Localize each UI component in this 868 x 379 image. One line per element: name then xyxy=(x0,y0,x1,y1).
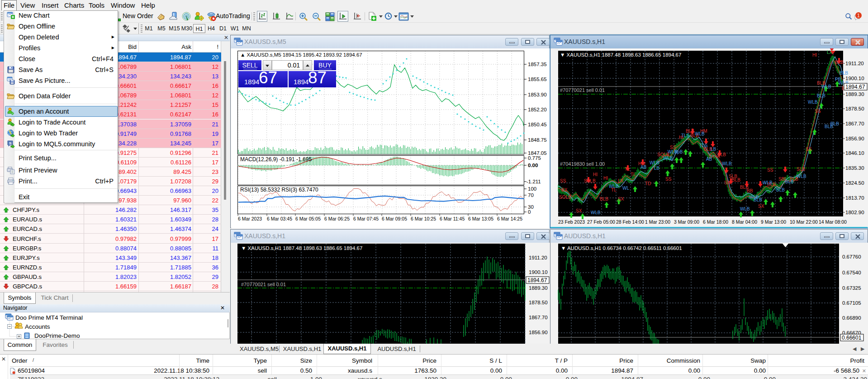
svg-text:AB: AB xyxy=(640,165,647,170)
svg-text:WLB: WLB xyxy=(722,161,732,166)
svg-text:0: 0 xyxy=(528,209,531,215)
svg-text:SS: SS xyxy=(806,147,812,152)
svg-text:TL: TL xyxy=(631,172,636,177)
svg-text:LB: LB xyxy=(654,166,660,171)
svg-text:BLB: BLB xyxy=(600,197,608,201)
svg-text:6 Mar 14:25: 6 Mar 14:25 xyxy=(497,216,522,221)
svg-text:1867.70: 1867.70 xyxy=(529,315,548,320)
svg-text:100: 100 xyxy=(528,186,536,192)
svg-text:BLB: BLB xyxy=(817,93,825,98)
svg-text:BLB: BLB xyxy=(840,71,848,76)
svg-text:1802.90: 1802.90 xyxy=(845,210,864,215)
svg-text:TD: TD xyxy=(645,181,651,186)
svg-text:9 Mar 13:00: 9 Mar 13:00 xyxy=(761,219,786,225)
svg-text:#70770021 sell 0.01: #70770021 sell 0.01 xyxy=(241,282,286,287)
svg-text:1824.50: 1824.50 xyxy=(845,180,864,186)
svg-text:3 Mar 09:00: 3 Mar 09:00 xyxy=(674,219,699,225)
svg-text:SS: SS xyxy=(665,177,672,182)
svg-text:70: 70 xyxy=(528,192,534,198)
svg-text:10 Mar 22:00: 10 Mar 22:00 xyxy=(790,219,818,225)
svg-text:#70770021 sell 0.01: #70770021 sell 0.01 xyxy=(560,87,605,93)
svg-text:X: X xyxy=(577,197,580,202)
svg-text:▼ XAUUSD.s,H1 1887.48 1898.63: ▼ XAUUSD.s,H1 1887.48 1898.63 1886.65 18… xyxy=(241,245,362,251)
svg-text:1894.67: 1894.67 xyxy=(527,277,547,283)
svg-text:TL: TL xyxy=(625,167,630,172)
svg-text:1878.50: 1878.50 xyxy=(845,106,864,111)
svg-text:S: S xyxy=(9,141,12,145)
svg-text:SX: SX xyxy=(576,208,582,213)
svg-text:6 Mar 10:25: 6 Mar 10:25 xyxy=(411,216,436,221)
svg-text:1857.35: 1857.35 xyxy=(528,62,547,67)
svg-text:SQLB: SQLB xyxy=(657,152,669,157)
svg-text:LX: LX xyxy=(618,178,624,183)
svg-text:6 Mar 05:05: 6 Mar 05:05 xyxy=(295,216,321,221)
svg-text:BB: BB xyxy=(747,188,753,193)
svg-text:SLB: SLB xyxy=(729,174,737,179)
svg-text:27 Feb 05:00: 27 Feb 05:00 xyxy=(587,219,615,225)
svg-text:BLB: BLB xyxy=(717,152,726,157)
svg-text:1 Mar 23:00: 1 Mar 23:00 xyxy=(645,219,670,225)
svg-text:1855.65: 1855.65 xyxy=(528,77,547,82)
svg-text:0.66890: 0.66890 xyxy=(842,315,861,321)
svg-text:TLS: TLS xyxy=(699,143,708,148)
svg-text:1889.30: 1889.30 xyxy=(845,91,864,97)
svg-text:1850.45: 1850.45 xyxy=(528,122,547,127)
svg-text:WLB: WLB xyxy=(797,174,806,179)
svg-text:0.66601: 0.66601 xyxy=(842,335,862,341)
svg-text:HI: HI xyxy=(603,176,608,181)
svg-text:8 Mar 04:00: 8 Mar 04:00 xyxy=(732,219,757,225)
svg-text:TpB: TpB xyxy=(674,149,683,154)
svg-text:1900.10: 1900.10 xyxy=(529,269,548,275)
svg-text:BLB: BLB xyxy=(830,121,839,126)
svg-text:SLB: SLB xyxy=(797,167,805,172)
svg-text:0.67540: 0.67540 xyxy=(842,270,861,275)
svg-text:▲ XAUUSD.s,M5 1894.15 1895.42: ▲ XAUUSD.s,M5 1894.15 1895.42 1893.92 18… xyxy=(240,52,362,58)
svg-text:1848.75: 1848.75 xyxy=(528,137,547,143)
svg-text:SS: SS xyxy=(767,168,773,173)
svg-text:6 Mar 13:05: 6 Mar 13:05 xyxy=(468,216,493,221)
svg-text:1813.70: 1813.70 xyxy=(845,195,864,201)
svg-text:BLB: BLB xyxy=(776,187,785,192)
svg-text:WLB: WLB xyxy=(650,160,659,165)
svg-text:▼ AUDUSD.s,H1 0.66734 0.66742: ▼ AUDUSD.s,H1 0.66734 0.66742 0.66511 0.… xyxy=(561,245,682,251)
svg-text:14 Mar 08:00: 14 Mar 08:00 xyxy=(819,219,847,225)
svg-text:1911.20: 1911.20 xyxy=(845,61,864,66)
svg-text:1867.70: 1867.70 xyxy=(845,121,864,126)
svg-text:1889.30: 1889.30 xyxy=(529,285,548,291)
svg-text:0.67760: 0.67760 xyxy=(842,254,861,259)
svg-text:6 Mar 18:00: 6 Mar 18:00 xyxy=(703,219,728,225)
svg-text:1856.90: 1856.90 xyxy=(529,330,548,335)
svg-text:-1.211: -1.211 xyxy=(526,179,541,184)
svg-text:1846.10: 1846.10 xyxy=(845,150,864,156)
svg-text:HI: HI xyxy=(593,172,598,177)
svg-text:6 Mar 11:45: 6 Mar 11:45 xyxy=(440,216,465,221)
svg-text:WLB: WLB xyxy=(609,184,619,189)
svg-text:WLB: WLB xyxy=(808,100,818,105)
svg-text:LB: LB xyxy=(711,147,716,152)
svg-text:SSLB: SSLB xyxy=(584,178,596,183)
svg-text:BX: BX xyxy=(561,187,568,192)
svg-text:SBL: SBL xyxy=(778,177,787,182)
svg-text:SX: SX xyxy=(724,180,730,185)
svg-text:23 Feb 2023: 23 Feb 2023 xyxy=(558,219,585,225)
svg-text:SX: SX xyxy=(618,197,624,201)
svg-text:1911.20: 1911.20 xyxy=(529,255,547,260)
svg-text:1900.10: 1900.10 xyxy=(845,76,864,81)
svg-text:SS: SS xyxy=(670,145,676,150)
svg-text:6 Mar 07:45: 6 Mar 07:45 xyxy=(353,216,379,221)
svg-text:TLS: TLS xyxy=(681,133,690,138)
svg-text:1878.50: 1878.50 xyxy=(529,300,548,305)
svg-text:0.67325: 0.67325 xyxy=(842,285,861,291)
svg-text:1856.90: 1856.90 xyxy=(845,136,864,141)
svg-text:6 Mar 09:05: 6 Mar 09:05 xyxy=(382,216,407,221)
svg-text:▼ XAUUSD.s,H1 1887.48 1898.63: ▼ XAUUSD.s,H1 1887.48 1898.63 1886.65 18… xyxy=(560,52,681,58)
svg-text:0.00: 0.00 xyxy=(528,163,538,168)
svg-text:1894.67: 1894.67 xyxy=(845,84,865,90)
svg-text:WLB: WLB xyxy=(695,131,705,136)
svg-text:WLB: WLB xyxy=(763,180,773,185)
svg-text:SOLB: SOLB xyxy=(559,195,571,200)
svg-text:SS: SS xyxy=(560,178,566,183)
svg-text:WLB: WLB xyxy=(740,206,750,211)
svg-text:MACD(12,26,9) -0.191 -1.695: MACD(12,26,9) -0.191 -1.695 xyxy=(240,156,312,163)
svg-text:6 Mar 03:45: 6 Mar 03:45 xyxy=(267,216,292,221)
